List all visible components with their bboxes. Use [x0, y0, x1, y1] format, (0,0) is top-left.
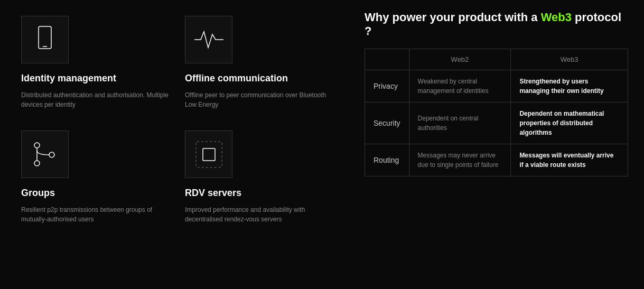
groups-desc: Resilient p2p transmissions between grou…	[21, 205, 169, 224]
table-row: Routing Messages may never arrive due to…	[365, 144, 628, 176]
svg-rect-0	[39, 26, 51, 49]
row-routing-web2: Messages may never arrive due to single …	[409, 144, 511, 176]
identity-management-title: Identity management	[21, 73, 169, 84]
row-security-feature: Security	[365, 102, 409, 144]
feature-rdv-servers: RDV servers Improved performance and ava…	[180, 125, 343, 240]
features-grid: Identity management Distributed authenti…	[16, 11, 343, 240]
git-branch-icon	[32, 140, 58, 169]
comparison-highlight: Web3	[541, 11, 572, 24]
row-routing-feature: Routing	[365, 144, 409, 176]
row-security-web3: Dependent on mathematical properties of …	[511, 102, 628, 144]
table-row: Privacy Weakened by central management o…	[365, 70, 628, 102]
smartphone-icon	[34, 25, 55, 54]
col-web2: Web2	[409, 49, 511, 70]
table-header-row: Web2 Web3	[365, 49, 628, 70]
comparison-heading: Why power your product with a Web3 proto…	[365, 11, 628, 38]
feature-identity-management: Identity management Distributed authenti…	[16, 11, 180, 125]
svg-rect-6	[196, 142, 222, 167]
offline-communication-title: Offline communication	[185, 73, 333, 84]
feature-offline-communication: Offline communication Offline peer to pe…	[180, 11, 343, 125]
svg-point-4	[49, 152, 54, 157]
groups-title: Groups	[21, 188, 169, 199]
identity-management-icon-box	[21, 16, 69, 63]
rdv-servers-title: RDV servers	[185, 188, 333, 199]
comparison-section: Why power your product with a Web3 proto…	[343, 11, 628, 176]
rdv-servers-icon-box	[185, 130, 232, 178]
table-row: Security Dependent on central authoritie…	[365, 102, 628, 144]
col-feature	[365, 49, 409, 70]
row-privacy-feature: Privacy	[365, 70, 409, 102]
svg-point-2	[34, 143, 40, 148]
feature-groups: Groups Resilient p2p transmissions betwe…	[16, 125, 180, 240]
row-privacy-web2: Weakened by central management of identi…	[409, 70, 511, 102]
row-routing-web3: Messages will eventually arrive if a via…	[511, 144, 628, 176]
svg-point-3	[34, 161, 40, 166]
pulse-icon	[194, 29, 223, 50]
row-privacy-web3: Strengthened by users managing their own…	[511, 70, 628, 102]
groups-icon-box	[21, 130, 69, 178]
offline-communication-icon-box	[185, 16, 232, 63]
identity-management-desc: Distributed authentication and authorisa…	[21, 90, 169, 109]
comparison-title-prefix: Why power your product with a	[365, 11, 541, 24]
col-web3: Web3	[511, 49, 628, 70]
svg-rect-7	[203, 148, 215, 161]
comparison-table: Web2 Web3 Privacy Weakened by central ma…	[365, 49, 628, 176]
rdv-servers-desc: Improved performance and availability wi…	[185, 205, 333, 224]
square-dotted-icon	[194, 140, 223, 169]
row-security-web2: Dependent on central authorities	[409, 102, 511, 144]
offline-communication-desc: Offline peer to peer communication over …	[185, 90, 333, 109]
